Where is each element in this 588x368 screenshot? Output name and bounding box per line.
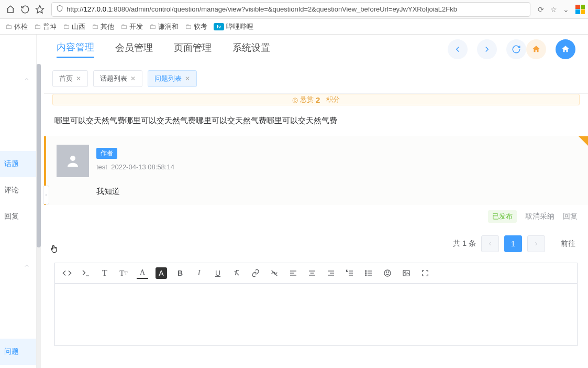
tab-member[interactable]: 会员管理 — [115, 41, 153, 57]
collapse-icon[interactable] — [24, 75, 30, 84]
dropdown-icon[interactable]: ⌄ — [560, 5, 572, 14]
shield-icon — [56, 5, 63, 14]
editor-toolbar: T TT A A B I U 1 — [54, 263, 578, 283]
accepted-flag-icon — [579, 136, 588, 146]
reload-icon[interactable] — [18, 2, 32, 17]
answer-meta: 作者 test 2022-04-13 08:58:14 — [96, 145, 174, 177]
sidebar-item-comment[interactable]: 评论 — [0, 177, 36, 203]
nav-back-button[interactable] — [448, 39, 468, 59]
pagination-total: 共 1 条 — [453, 239, 476, 248]
bookmark-bilibili[interactable]: tv哔哩哔哩 — [214, 22, 253, 31]
close-icon[interactable]: ✕ — [76, 75, 81, 82]
url-path: :8080/admin/control/question/manage/view… — [112, 5, 457, 13]
nav-forward-button[interactable] — [477, 39, 497, 59]
status-badge: 已发布 — [488, 210, 517, 223]
fav-icon[interactable]: ☆ — [547, 5, 560, 14]
font-size-icon[interactable]: TT — [118, 267, 129, 279]
main-pane: 内容管理 会员管理 页面管理 系统设置 首页✕ 话题列表✕ 问题列表✕ ◎ — [37, 35, 588, 368]
svg-point-21 — [365, 273, 367, 274]
bookmark-item[interactable]: 🗀普坤 — [34, 22, 57, 31]
fullscreen-icon[interactable] — [419, 267, 431, 279]
bullet-list-icon[interactable] — [363, 267, 374, 279]
terminal-icon[interactable] — [80, 267, 92, 279]
collapse-handle[interactable] — [43, 186, 49, 204]
scrollbar-thumb[interactable] — [37, 64, 41, 247]
reward-banner: ◎ 悬赏2 积分 — [52, 94, 580, 105]
avatar — [57, 145, 89, 177]
svg-point-25 — [388, 272, 389, 272]
bookmark-item[interactable]: 🗀谦润和 — [149, 22, 179, 31]
view-tab-topic-list[interactable]: 话题列表✕ — [93, 70, 142, 87]
tab-page[interactable]: 页面管理 — [174, 41, 212, 57]
bg-color-icon[interactable]: A — [156, 267, 167, 279]
svg-point-27 — [405, 272, 406, 273]
collapse-icon[interactable] — [24, 262, 30, 270]
link-icon[interactable] — [250, 267, 261, 279]
folder-icon: 🗀 — [92, 23, 98, 30]
home-button[interactable] — [526, 39, 546, 59]
svg-point-23 — [384, 270, 391, 276]
zoom-icon[interactable]: ⟳ — [535, 5, 547, 14]
sidebar-item-question[interactable]: 问题 — [0, 339, 36, 365]
answer-user: test — [96, 163, 107, 171]
italic-icon[interactable]: I — [193, 267, 205, 279]
align-center-icon[interactable] — [306, 267, 318, 279]
apps-icon[interactable] — [575, 5, 585, 14]
svg-point-24 — [386, 272, 386, 272]
close-icon[interactable]: ✕ — [130, 75, 136, 82]
author-tag: 作者 — [96, 148, 117, 159]
url-bar[interactable]: http://127.0.0.1:8080/admin/control/ques… — [51, 2, 530, 17]
answer-block: 作者 test 2022-04-13 08:58:14 我知道 — [44, 136, 588, 205]
prev-page-button[interactable] — [481, 235, 499, 252]
sidebar-item-reply[interactable]: 回复 — [0, 203, 36, 230]
view-tab-question-list[interactable]: 问题列表✕ — [148, 70, 197, 87]
close-icon[interactable]: ✕ — [185, 75, 190, 82]
text-icon[interactable]: T — [99, 267, 110, 279]
next-page-button[interactable] — [527, 235, 545, 252]
tab-system[interactable]: 系统设置 — [232, 41, 270, 57]
bookmark-item[interactable]: 🗀体检 — [5, 22, 28, 31]
emoji-icon[interactable] — [382, 267, 393, 279]
align-left-icon[interactable] — [287, 267, 299, 279]
question-content: 哪里可以交天然气费哪里可以交天然气费哪里可以交天然气费哪里可以交天然气费 — [44, 110, 588, 136]
bookmark-bar: 🗀体检 🗀普坤 🗀山西 🗀其他 🗀开发 🗀谦润和 🗀软考 tv哔哩哔哩 — [0, 19, 588, 35]
reward-value: 2 — [316, 95, 320, 104]
unlink-icon[interactable] — [269, 267, 280, 279]
font-color-icon[interactable]: A — [137, 267, 148, 279]
ordered-list-icon[interactable]: 1 — [344, 267, 356, 279]
sidebar-item-topic[interactable]: 话题 — [0, 151, 36, 177]
folder-icon: 🗀 — [149, 23, 156, 30]
reward-suffix: 积分 — [326, 95, 340, 104]
refresh-button[interactable] — [506, 39, 526, 59]
underline-icon[interactable]: U — [212, 267, 224, 279]
clear-format-icon[interactable] — [231, 267, 242, 279]
home-alt-button[interactable] — [556, 39, 575, 59]
browser-toolbar: http://127.0.0.1:8080/admin/control/ques… — [0, 0, 588, 19]
image-icon[interactable] — [401, 267, 412, 279]
bookmark-item[interactable]: 🗀其他 — [92, 22, 114, 31]
bookmark-item[interactable]: 🗀山西 — [63, 22, 85, 31]
tab-content[interactable]: 内容管理 — [57, 41, 94, 58]
reply-link[interactable]: 回复 — [563, 212, 578, 221]
star-icon[interactable] — [32, 2, 47, 17]
view-tab-home[interactable]: 首页✕ — [52, 70, 88, 87]
svg-point-1 — [70, 156, 75, 161]
reward-prefix: 悬赏 — [300, 95, 314, 104]
goto-label: 前往 — [561, 239, 575, 248]
primary-nav: 内容管理 会员管理 页面管理 系统设置 — [44, 35, 588, 64]
bold-icon[interactable]: B — [174, 267, 186, 279]
view-tabs: 首页✕ 话题列表✕ 问题列表✕ — [44, 64, 588, 94]
svg-marker-0 — [36, 5, 44, 13]
page-1-button[interactable]: 1 — [504, 235, 522, 252]
code-icon[interactable] — [61, 267, 73, 279]
align-right-icon[interactable] — [325, 267, 337, 279]
answer-content: 我知道 — [57, 177, 578, 197]
bookmark-item[interactable]: 🗀开发 — [120, 22, 143, 31]
cancel-accept-link[interactable]: 取消采纳 — [525, 212, 554, 221]
svg-point-22 — [365, 275, 367, 276]
bookmark-item[interactable]: 🗀软考 — [185, 22, 207, 31]
home-icon[interactable] — [3, 2, 18, 17]
answer-time: 2022-04-13 08:58:14 — [111, 163, 174, 171]
editor-textarea[interactable] — [54, 283, 578, 346]
side-rail: 话题 评论 回复 问题 — [0, 35, 37, 368]
